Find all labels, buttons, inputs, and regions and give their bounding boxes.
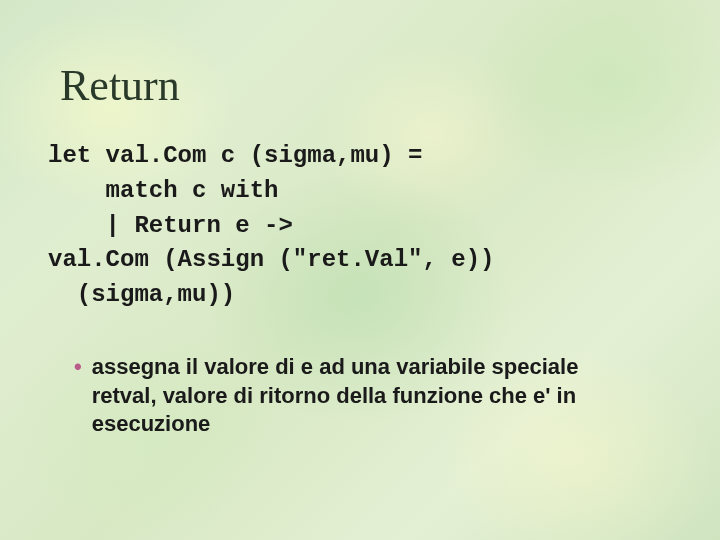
code-block: let val.Com c (sigma,mu) = match c with …: [48, 139, 672, 313]
code-line: let val.Com c (sigma,mu) =: [48, 142, 422, 169]
code-line: val.Com (Assign ("ret.Val", e)): [48, 246, 494, 273]
bullet-text: assegna il valore di e ad una variabile …: [92, 353, 632, 439]
bullet-item: • assegna il valore di e ad una variabil…: [74, 353, 632, 439]
slide: Return let val.Com c (sigma,mu) = match …: [0, 0, 720, 540]
code-line: match c with: [48, 177, 278, 204]
code-line: (sigma,mu)): [48, 281, 235, 308]
bullet-marker-icon: •: [74, 353, 82, 382]
code-line: | Return e ->: [48, 212, 293, 239]
slide-title: Return: [60, 60, 672, 111]
